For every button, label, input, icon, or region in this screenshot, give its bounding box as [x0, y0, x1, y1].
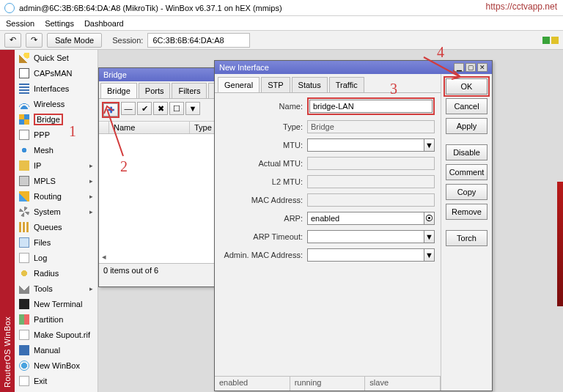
sidebar-item-mesh[interactable]: Mesh [15, 142, 97, 158]
add-button[interactable]: ✚ [103, 103, 118, 117]
sidebar-item-label: Quick Set [34, 53, 69, 62]
menu-settings[interactable]: Settings [45, 19, 74, 28]
disable-button-ni[interactable]: Disable [446, 144, 487, 160]
vertical-app-tab[interactable]: RouterOS WinBox [0, 50, 15, 392]
sidebar-item-ip[interactable]: IP▸ [15, 158, 97, 173]
chevron-right-icon: ▸ [89, 208, 93, 215]
ok-button[interactable]: OK [446, 78, 487, 95]
arp-timeout-input[interactable] [307, 230, 424, 243]
undo-button[interactable]: ↶ [4, 33, 21, 48]
sidebar-item-ppp[interactable]: PPP [15, 127, 97, 142]
actual-mtu-value [307, 157, 435, 170]
new-interface-titlebar[interactable]: New Interface ▁ ▢ ✕ [215, 61, 492, 74]
new-interface-title: New Interface [219, 63, 269, 72]
sidebar-item-label: Make Supout.rif [34, 330, 90, 339]
sidebar-item-partition[interactable]: Partition [15, 311, 97, 327]
safe-mode-button[interactable]: Safe Mode [47, 33, 102, 48]
sidebar-item-quick-set[interactable]: Quick Set [15, 50, 97, 65]
sidebar-item-tools[interactable]: Tools▸ [15, 281, 97, 296]
wl-icon [19, 99, 29, 109]
mtu-label: MTU: [221, 141, 307, 149]
sidebar-item-label: PPP [34, 130, 50, 139]
col-name[interactable]: Name [109, 122, 190, 133]
chevron-right-icon: ▸ [89, 285, 93, 292]
torch-button[interactable]: Torch [446, 230, 487, 246]
sidebar-item-log[interactable]: Log [15, 250, 97, 265]
sidebar-item-label: Exit [34, 377, 47, 385]
cancel-button[interactable]: Cancel [446, 98, 487, 114]
menu-dashboard[interactable]: Dashboard [84, 19, 124, 28]
close-icon[interactable]: ✕ [477, 63, 487, 72]
copy-button[interactable]: Copy [446, 184, 487, 200]
new-interface-actions: OK Cancel Apply Disable Comment Copy Rem… [441, 74, 492, 391]
arp-timeout-label: ARP Timeout: [221, 232, 307, 241]
remove-button-ni[interactable]: Remove [446, 204, 487, 220]
sidebar-item-interfaces[interactable]: Interfaces [15, 81, 97, 96]
arp-dropdown-icon[interactable]: ⦿ [424, 212, 435, 225]
arp-select[interactable]: enabled [307, 212, 424, 225]
maximize-icon[interactable]: ▢ [466, 63, 476, 72]
tab-status[interactable]: Status [292, 77, 328, 92]
sidebar-item-label: Manual [34, 346, 60, 355]
sidebar-item-label: Tools [34, 284, 53, 293]
route-icon [19, 191, 29, 201]
q-icon [19, 222, 29, 232]
disable-button[interactable]: ✖ [153, 102, 168, 115]
tab-stp[interactable]: STP [261, 77, 290, 92]
apply-button[interactable]: Apply [446, 118, 487, 134]
arp-label: ARP: [221, 214, 307, 223]
arp-timeout-dropdown-icon[interactable]: ▼ [424, 230, 435, 243]
int-icon [19, 84, 29, 94]
admin-mac-dropdown-icon[interactable]: ▼ [424, 248, 435, 262]
admin-mac-input[interactable] [307, 248, 424, 262]
name-input[interactable]: bridge-LAN [309, 100, 433, 113]
mac-label: MAC Address: [221, 196, 307, 204]
sidebar-item-label: System [34, 207, 61, 216]
filter-button[interactable]: ▼ [185, 102, 200, 115]
minimize-icon[interactable]: ▁ [454, 63, 464, 72]
tab-traffic[interactable]: Traffic [329, 77, 364, 92]
comment-button[interactable]: ☐ [169, 102, 184, 115]
sidebar-item-radius[interactable]: Radius [15, 265, 97, 281]
comment-button-ni[interactable]: Comment [446, 164, 487, 180]
status-running: running [290, 377, 366, 391]
tab-ports[interactable]: Ports [139, 83, 171, 98]
tab-general[interactable]: General [218, 77, 260, 92]
remove-button[interactable]: — [121, 102, 136, 115]
sidebar-item-make-supout-rif[interactable]: Make Supout.rif [15, 327, 97, 342]
scroll-left-icon[interactable]: ◂ [102, 252, 106, 262]
new-interface-tabs: General STP Status Traffic [215, 74, 441, 93]
new-interface-statusbar: enabled running slave [215, 376, 441, 391]
log-icon [19, 253, 29, 263]
enable-button[interactable]: ✔ [137, 102, 152, 115]
sidebar-item-manual[interactable]: Manual [15, 342, 97, 358]
status-enabled: enabled [215, 377, 290, 391]
sidebar-item-exit[interactable]: Exit [15, 373, 97, 388]
sidebar-item-label: Interfaces [34, 84, 69, 93]
sidebar-item-mpls[interactable]: MPLS▸ [15, 173, 97, 188]
sup-icon [19, 330, 29, 340]
sidebar-item-files[interactable]: Files [15, 234, 97, 250]
tab-bridge[interactable]: Bridge [100, 83, 137, 98]
mtu-input[interactable] [307, 138, 424, 152]
sidebar-item-new-winbox[interactable]: New WinBox [15, 358, 97, 373]
sidebar-item-label: CAPsMAN [34, 69, 73, 78]
menu-session[interactable]: Session [6, 19, 34, 28]
mtu-dropdown-icon[interactable]: ▼ [424, 138, 435, 152]
sidebar-item-capsman[interactable]: CAPsMAN [15, 65, 97, 81]
wand-icon [19, 53, 29, 63]
tab-filters[interactable]: Filters [172, 83, 207, 98]
sidebar-item-routing[interactable]: Routing▸ [15, 188, 97, 204]
redo-button[interactable]: ↷ [26, 33, 43, 48]
tools-icon [19, 284, 29, 294]
new-interface-form: Name: bridge-LAN Type: Bridge MTU: [215, 93, 441, 376]
sidebar-item-queues[interactable]: Queues [15, 219, 97, 234]
toolbar: ↶ ↷ Safe Mode Session: 6C:3B:6B:64:DA:A8 [0, 31, 563, 50]
caps-icon [19, 68, 29, 78]
status-slave: slave [365, 377, 441, 391]
title-text: admin@6C:3B:6B:64:DA:A8 (MikroTik) - Win… [19, 4, 282, 12]
sidebar-item-system[interactable]: System▸ [15, 204, 97, 219]
sidebar-item-wireless[interactable]: Wireless [15, 96, 97, 111]
sidebar-item-bridge[interactable]: Bridge [15, 111, 97, 127]
sidebar-item-new-terminal[interactable]: New Terminal [15, 296, 97, 311]
